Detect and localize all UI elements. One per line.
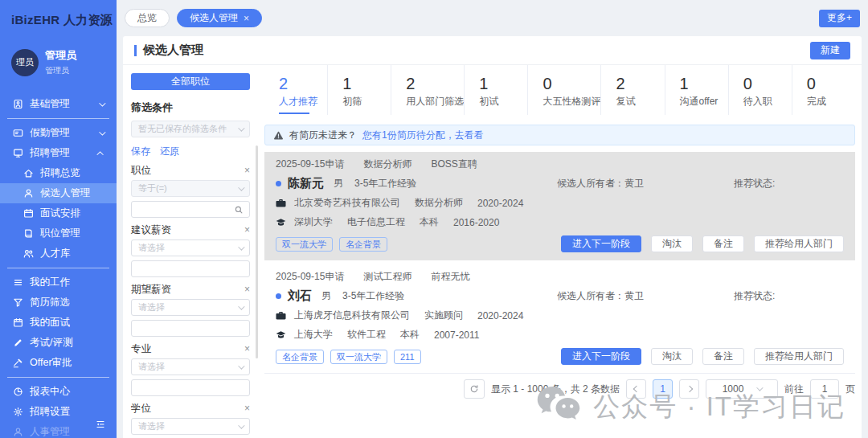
sidebar-item-recruit-mgmt[interactable]: 招聘管理 — [0, 143, 117, 163]
stage-talent-recommend[interactable]: 2 人才推荐 — [264, 65, 327, 115]
sidebar-item-offer-approval[interactable]: Offer审批 — [0, 353, 117, 373]
stage-count: 0 — [542, 74, 600, 93]
page-header: 候选人管理 新建 — [123, 36, 862, 65]
sidebar-item-report-center[interactable]: 报表中心 — [0, 382, 117, 402]
sidebar-item-base-mgmt[interactable]: 基础管理 — [0, 94, 117, 114]
candidate-name[interactable]: 陈新元 — [288, 176, 324, 191]
sidebar-item-candidate-mgmt[interactable]: 候选人管理 — [0, 183, 117, 203]
candidate-name[interactable]: 刘石 — [288, 289, 312, 304]
filter-panel: 全部职位 筛选条件 暂无已保存的筛选条件 保存 还原 职位 × 等于(=) — [123, 65, 258, 438]
stage-complete[interactable]: 0 完成 — [792, 65, 855, 115]
next-stage-button[interactable]: 进入下一阶段 — [561, 235, 641, 252]
next-stage-button[interactable]: 进入下一阶段 — [561, 348, 641, 365]
new-button[interactable]: 新建 — [810, 42, 850, 59]
stage-second-interview[interactable]: 2 复试 — [600, 65, 664, 115]
sidebar-item-position-mgmt[interactable]: 职位管理 — [0, 223, 117, 244]
saved-filters-select[interactable]: 暂无已保存的筛选条件 — [131, 121, 250, 137]
tab-candidate-mgmt[interactable]: 候选人管理 × — [177, 9, 262, 27]
recommend-button[interactable]: 推荐给用人部门 — [754, 235, 844, 252]
suggested-salary-input[interactable] — [131, 260, 250, 277]
goto-label: 前往 — [784, 383, 804, 396]
app-logo: iBizEHR 人力资源 — [0, 0, 117, 28]
goto-page-input[interactable] — [810, 379, 839, 399]
remove-filter-icon[interactable]: × — [244, 284, 250, 294]
stage-label: 用人部门筛选 — [406, 95, 464, 108]
position-operator-select[interactable]: 等于(=) — [131, 180, 250, 197]
next-page-button[interactable] — [679, 379, 699, 399]
save-filter-link[interactable]: 保存 — [131, 145, 150, 158]
more-button[interactable]: 更多+ — [819, 10, 860, 27]
sidebar-item-my-interviews[interactable]: 我的面试 — [0, 313, 117, 333]
position-search-input[interactable] — [131, 201, 250, 218]
sidebar-item-label: 考试/评测 — [30, 336, 72, 350]
major-input[interactable] — [131, 379, 250, 396]
degree-select[interactable]: 请选择 — [131, 418, 250, 435]
chevron-down-icon — [238, 244, 244, 250]
expected-salary-select[interactable]: 请选择 — [131, 299, 250, 316]
remove-filter-icon[interactable]: × — [244, 403, 250, 413]
eliminate-button[interactable]: 淘汰 — [651, 348, 693, 365]
main-panel: 候选人管理 新建 全部职位 筛选条件 暂无已保存的筛选条件 保存 还原 职位 ×… — [123, 36, 862, 438]
suggested-salary-select[interactable]: 请选择 — [131, 239, 250, 256]
pagination: 显示 1 - 1000 条，共 2 条数据 1 1000 前往 页 — [264, 379, 855, 399]
stage-big5-test[interactable]: 0 大五性格测评 — [527, 65, 600, 115]
filter-group-suggested-salary: 建议薪资 × — [131, 223, 250, 236]
refresh-button[interactable] — [464, 379, 485, 399]
sidebar-item-recruit-overview[interactable]: 招聘总览 — [0, 163, 117, 183]
sidebar-item-my-work[interactable]: 我的工作 — [0, 272, 117, 293]
company-title: 数据分析师 — [415, 196, 463, 210]
gavel-icon — [13, 358, 23, 368]
sidebar-item-resume-screening[interactable]: 简历筛选 — [0, 293, 117, 313]
reset-filter-link[interactable]: 还原 — [160, 145, 179, 158]
filter-heading: 筛选条件 — [131, 100, 250, 115]
sidebar-item-exam-assessment[interactable]: 考试/评测 — [0, 333, 117, 353]
user-profile[interactable]: 理员 管理员 管理员 — [11, 48, 117, 76]
page-number-button[interactable]: 1 — [653, 379, 673, 399]
note-button[interactable]: 备注 — [702, 348, 744, 365]
note-button[interactable]: 备注 — [702, 235, 744, 252]
calendar-icon — [13, 317, 23, 328]
chevron-down-icon — [238, 422, 244, 428]
all-positions-button[interactable]: 全部职位 — [131, 73, 250, 90]
eliminate-button[interactable]: 淘汰 — [651, 235, 693, 252]
collapse-sidebar-icon[interactable] — [96, 420, 108, 432]
remove-filter-icon[interactable]: × — [244, 225, 250, 235]
sidebar-item-interview-schedule[interactable]: 面试安排 — [0, 203, 117, 223]
divider — [7, 377, 109, 378]
candidate-cards: 2025-09-15申请 数据分析师 BOSS直聘 陈新元 男 3-5年工作经验… — [264, 152, 855, 374]
recommend-button[interactable]: 推荐给用人部门 — [754, 348, 844, 365]
remove-filter-icon[interactable]: × — [244, 344, 250, 354]
stage-pending-onboard[interactable]: 0 待入职 — [728, 65, 792, 115]
stage-count: 2 — [279, 74, 327, 93]
chevron-down-icon — [238, 303, 244, 309]
divider — [7, 118, 109, 119]
chevron-down-icon — [238, 184, 244, 190]
expected-salary-input[interactable] — [131, 320, 250, 337]
chevron-down-icon — [238, 362, 244, 369]
status-dot — [276, 181, 281, 186]
major-select[interactable]: 请选择 — [131, 358, 250, 375]
sidebar-item-label: 假勤管理 — [30, 126, 70, 140]
book-icon — [23, 228, 34, 239]
stage-count: 0 — [807, 74, 855, 93]
source-channel: 前程无忧 — [431, 270, 469, 284]
sidebar-item-talent-pool[interactable]: 人才库 — [0, 244, 117, 264]
prev-page-button[interactable] — [626, 379, 646, 399]
stage-dept-screen[interactable]: 2 用人部门筛选 — [391, 65, 464, 115]
close-icon[interactable]: × — [244, 13, 249, 24]
stage-offer-communication[interactable]: 1 沟通offer — [665, 65, 728, 115]
remove-filter-icon[interactable]: × — [244, 166, 250, 175]
candidate-card[interactable]: 2025-09-15申请 测试工程师 前程无忧 刘石 男 3-5年工作经验 候选… — [264, 264, 855, 374]
degree: 本科 — [400, 328, 420, 342]
stage-initial-screen[interactable]: 1 初筛 — [327, 65, 391, 115]
briefcase-icon — [276, 198, 286, 208]
monitor-icon — [13, 148, 23, 158]
page-size-select[interactable]: 1000 — [706, 379, 778, 399]
stage-first-interview[interactable]: 1 初试 — [464, 65, 527, 115]
avatar: 理员 — [11, 49, 39, 76]
alert-link[interactable]: 您有1份简历待分配，去看看 — [362, 129, 484, 142]
sidebar-item-attendance-mgmt[interactable]: 假勤管理 — [0, 123, 117, 143]
tab-overview[interactable]: 总览 — [125, 9, 170, 27]
candidate-card[interactable]: 2025-09-15申请 数据分析师 BOSS直聘 陈新元 男 3-5年工作经验… — [264, 152, 855, 260]
search-icon[interactable] — [234, 205, 244, 215]
